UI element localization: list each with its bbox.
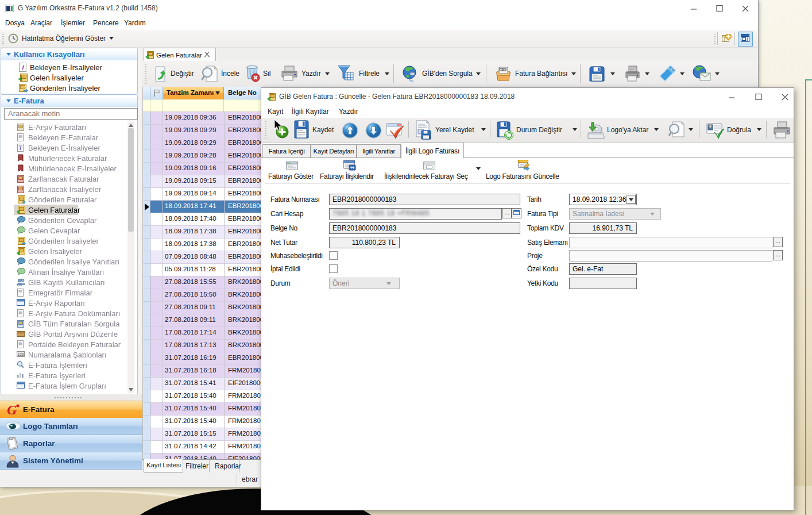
svg-text:G: G xyxy=(7,402,17,417)
svg-text:123: 123 xyxy=(18,352,24,356)
